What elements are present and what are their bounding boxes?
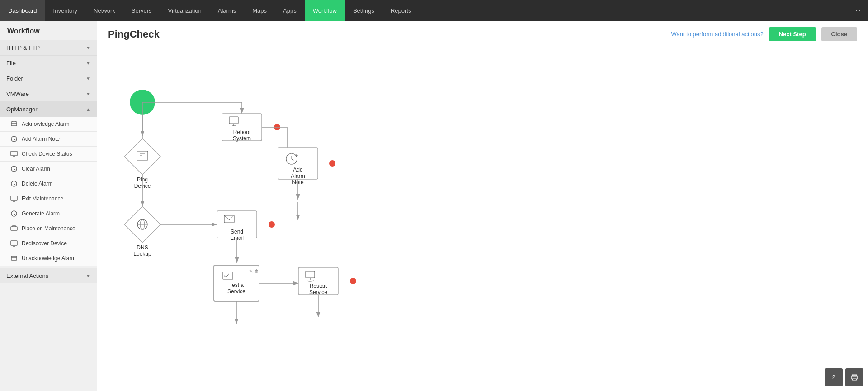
workflow-canvas[interactable]: Ping Device Reboot System [97, 48, 868, 391]
svg-rect-9 [11, 256, 17, 260]
sidebar-category-http-ftp[interactable]: HTTP & FTP ▼ [0, 40, 97, 55]
ping-device-node[interactable] [124, 138, 160, 175]
close-button[interactable]: Close [821, 27, 857, 41]
nav-apps[interactable]: Apps [275, 0, 305, 21]
chevron-down-icon: ▼ [86, 45, 90, 50]
place-maintenance-icon [10, 224, 18, 233]
svg-point-62 [856, 377, 857, 377]
svg-text:System: System [233, 135, 251, 142]
sidebar-category-vmware[interactable]: VMWare ▼ [0, 86, 97, 101]
svg-text:Alarm: Alarm [291, 173, 305, 179]
nav-network[interactable]: Network [85, 0, 123, 21]
svg-text:Send: Send [231, 229, 243, 235]
add-alarm-note-icon [10, 135, 18, 143]
svg-rect-8 [11, 241, 17, 245]
svg-text:Reboot: Reboot [233, 129, 251, 135]
svg-text:Service: Service [309, 289, 327, 296]
chevron-up-icon: ▲ [86, 107, 90, 112]
sidebar-item-add-alarm-note[interactable]: Add Alarm Note [0, 132, 97, 147]
svg-text:Add: Add [293, 167, 302, 173]
chevron-down-icon: ▼ [86, 273, 90, 278]
svg-point-31 [329, 160, 335, 167]
sidebar-item-check-device-status[interactable]: Check Device Status [0, 147, 97, 162]
nav-servers[interactable]: Servers [123, 0, 160, 21]
svg-rect-2 [11, 151, 17, 156]
svg-text:Test a: Test a [229, 282, 244, 288]
main-layout: Workflow HTTP & FTP ▼ File ▼ Folder ▼ VM… [0, 21, 868, 391]
sidebar-item-place-maintenance[interactable]: Place on Maintenance [0, 221, 97, 236]
sidebar-item-unacknowledge-alarm[interactable]: Unacknowledge Alarm [0, 251, 97, 266]
additional-actions-hint[interactable]: Want to perform additional actions? [671, 31, 764, 38]
nav-settings[interactable]: Settings [345, 0, 382, 21]
svg-text:🗑: 🗑 [255, 269, 259, 274]
svg-text:Restart: Restart [310, 283, 327, 289]
sidebar-item-clear-alarm[interactable]: Clear Alarm [0, 162, 97, 176]
header-actions: Want to perform additional actions? Next… [671, 27, 857, 41]
sidebar-item-exit-maintenance[interactable]: Exit Maintenance [0, 191, 97, 206]
main-content: PingCheck Want to perform additional act… [97, 21, 868, 391]
sidebar-category-file[interactable]: File ▼ [0, 55, 97, 71]
nav-workflow[interactable]: Workflow [305, 0, 345, 21]
clear-alarm-icon [10, 165, 18, 173]
generate-alarm-icon [10, 210, 18, 218]
count-button[interactable]: 2 [825, 368, 843, 386]
workflow-diagram: Ping Device Reboot System [106, 57, 513, 365]
svg-point-54 [350, 278, 356, 284]
page-title: PingCheck [108, 29, 671, 40]
bottom-bar: 2 [825, 368, 863, 386]
exit-maintenance-icon [10, 195, 18, 203]
svg-text:Lookup: Lookup [133, 251, 151, 257]
sidebar-item-rediscover-device[interactable]: Rediscover Device [0, 236, 97, 251]
content-header: PingCheck Want to perform additional act… [97, 21, 868, 48]
rediscover-device-icon [10, 239, 18, 248]
nav-more-icon[interactable]: ⋯ [845, 0, 868, 21]
nav-virtualization[interactable]: Virtualization [160, 0, 210, 21]
svg-rect-0 [11, 122, 17, 126]
chevron-down-icon: ▼ [86, 61, 90, 66]
nav-inventory[interactable]: Inventory [45, 0, 85, 21]
svg-point-43 [269, 221, 275, 228]
nav-maps[interactable]: Maps [244, 0, 275, 21]
sidebar-item-generate-alarm[interactable]: Generate Alarm [0, 206, 97, 221]
next-step-button[interactable]: Next Step [769, 27, 816, 41]
nav-dashboard[interactable]: Dashboard [0, 0, 45, 21]
chevron-down-icon: ▼ [86, 76, 90, 81]
print-icon [850, 373, 859, 381]
print-button[interactable] [845, 368, 863, 386]
check-device-icon [10, 150, 18, 158]
sidebar-category-opmanager[interactable]: OpManager ▲ [0, 101, 97, 117]
nav-alarms[interactable]: Alarms [210, 0, 244, 21]
svg-text:✎: ✎ [249, 269, 253, 274]
acknowledge-alarm-icon [10, 120, 18, 128]
sidebar-category-folder[interactable]: Folder ▼ [0, 71, 97, 86]
sidebar-item-delete-alarm[interactable]: Delete Alarm [0, 176, 97, 191]
svg-rect-5 [11, 196, 17, 200]
sidebar: Workflow HTTP & FTP ▼ File ▼ Folder ▼ VM… [0, 21, 97, 391]
sidebar-item-acknowledge-alarm[interactable]: Acknowledge Alarm [0, 117, 97, 132]
chevron-down-icon: ▼ [86, 91, 90, 96]
unacknowledge-alarm-icon [10, 254, 18, 262]
svg-rect-59 [853, 378, 856, 381]
nav-reports[interactable]: Reports [382, 0, 420, 21]
svg-rect-7 [11, 227, 17, 230]
svg-text:Service: Service [227, 288, 245, 295]
sidebar-title: Workflow [0, 21, 97, 40]
svg-text:DNS: DNS [137, 244, 148, 251]
top-navigation: Dashboard Inventory Network Servers Virt… [0, 0, 868, 21]
sidebar-category-external-actions[interactable]: External Actions ▼ [0, 268, 97, 283]
delete-alarm-icon [10, 180, 18, 188]
